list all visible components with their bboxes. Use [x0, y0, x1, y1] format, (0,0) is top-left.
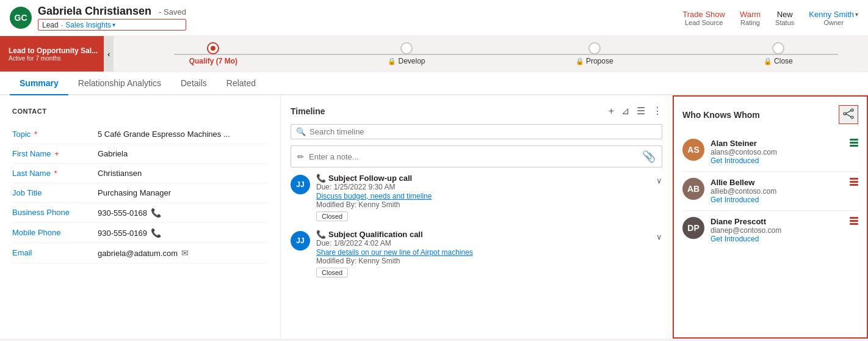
- contact-panel: CONTACT Topic * 5 Café Grande Espresso M…: [0, 95, 281, 339]
- field-label-last-name: Last Name *: [12, 169, 98, 178]
- add-activity-button[interactable]: +: [609, 106, 614, 117]
- stage-trigger[interactable]: Lead to Opportunity Sal... Active for 7 …: [0, 36, 104, 72]
- field-label-topic: Topic *: [12, 130, 98, 139]
- stage-trigger-subtitle: Active for 7 months: [9, 55, 98, 62]
- timeline-search-input[interactable]: [309, 127, 657, 136]
- header-identity: Gabriela Christiansen - Saved Lead · Sal…: [38, 5, 186, 31]
- person-avatar-diane: DP: [682, 217, 704, 239]
- activity-due-1: Due: 1/25/2022 9:30 AM: [316, 183, 650, 191]
- field-business-phone: Business Phone 930-555-0168 📞: [12, 203, 268, 223]
- nav-tabs: Summary Relationship Analytics Details R…: [0, 72, 868, 95]
- required-indicator: *: [52, 169, 57, 178]
- get-introduced-alan[interactable]: Get Introduced: [711, 156, 844, 165]
- activity-link-1[interactable]: Discuss budget, needs and timeline: [316, 192, 432, 200]
- status-meta: New Status: [775, 10, 794, 26]
- wkw-network-button[interactable]: [839, 105, 858, 124]
- status-value: New: [775, 10, 794, 19]
- stage-qualify[interactable]: Qualify (7 Mo): [189, 42, 237, 65]
- stage-circle-propose: [588, 42, 601, 54]
- stage-label-propose: Propose: [586, 57, 613, 65]
- stage-circle-inner: [211, 46, 215, 51]
- activity-body-1: 📞 Subject Follow-up call Due: 1/25/2022 …: [316, 174, 650, 221]
- field-label-business-phone: Business Phone: [12, 208, 98, 217]
- search-icon: 🔍: [296, 127, 306, 136]
- person-name-allie: Allie Bellew: [711, 178, 844, 187]
- field-value-job-title[interactable]: Purchasing Manager: [98, 188, 268, 197]
- wkw-person-diane: DP Diane Prescott dianep@contoso.com Get…: [682, 211, 858, 249]
- activity-modified-2: Modified By: Kenny Smith: [316, 257, 650, 265]
- person-email-allie: allieb@contoso.com: [711, 187, 844, 196]
- owner-value: Kenny Smith: [809, 10, 854, 19]
- tab-details[interactable]: Details: [171, 72, 217, 95]
- activity-subject-text-1: Subject Follow-up call: [328, 174, 412, 183]
- phone-icon: 📞: [151, 208, 161, 218]
- field-value-first-name[interactable]: Gabriela: [98, 149, 268, 158]
- header-meta-bar: Trade Show Lead Source Warm Rating New S…: [682, 10, 858, 26]
- main-content: CONTACT Topic * 5 Café Grande Espresso M…: [0, 95, 868, 339]
- field-label-job-title: Job Title: [12, 188, 98, 197]
- stage-progress-line: [174, 54, 837, 55]
- tab-summary[interactable]: Summary: [10, 72, 68, 95]
- person-menu-alan[interactable]: [850, 139, 858, 147]
- sort-button[interactable]: ☰: [637, 105, 645, 117]
- timeline-title: Timeline: [291, 106, 325, 116]
- breadcrumb[interactable]: Lead · Sales Insights ▾: [38, 19, 186, 31]
- note-row[interactable]: ✏ 📎: [291, 145, 662, 167]
- more-options-button[interactable]: ⋮: [653, 105, 662, 117]
- filter-button[interactable]: ⊿: [621, 105, 629, 117]
- saved-indicator: - Saved: [159, 7, 186, 16]
- lead-source-value: Trade Show: [682, 10, 725, 19]
- field-label-email: Email: [12, 248, 98, 257]
- note-input[interactable]: [309, 152, 637, 161]
- tab-related[interactable]: Related: [217, 72, 266, 95]
- field-value-topic[interactable]: 5 Café Grande Espresso Machines ...: [98, 130, 268, 139]
- stage-propose[interactable]: 🔒 Propose: [576, 42, 613, 65]
- svg-point-1: [851, 109, 853, 111]
- activity-expand-2[interactable]: ∨: [656, 232, 662, 277]
- svg-line-4: [846, 114, 851, 117]
- field-value-email[interactable]: gabriela@adatum.com ✉: [98, 248, 268, 258]
- activity-modified-1: Modified By: Kenny Smith: [316, 200, 650, 209]
- person-avatar-allie: AB: [682, 178, 704, 200]
- person-info-alan: Alan Steiner alans@contoso.com Get Intro…: [711, 139, 844, 165]
- rating-value: Warm: [740, 10, 761, 19]
- breadcrumb-separator: ·: [61, 20, 63, 29]
- person-menu-diane[interactable]: [850, 217, 858, 225]
- field-label-mobile-phone: Mobile Phone: [12, 228, 98, 237]
- person-email-diane: dianep@contoso.com: [711, 226, 844, 235]
- stage-develop[interactable]: 🔒 Develop: [388, 42, 425, 65]
- header-left: GC Gabriela Christiansen - Saved Lead · …: [10, 5, 186, 31]
- pencil-icon: ✏: [297, 152, 304, 161]
- wkw-header: Who Knows Whom: [682, 105, 858, 124]
- get-introduced-diane[interactable]: Get Introduced: [711, 235, 844, 243]
- svg-point-2: [851, 116, 853, 119]
- attach-icon[interactable]: 📎: [642, 150, 656, 163]
- field-label-first-name: First Name +: [12, 149, 98, 158]
- stage-circle-close: [772, 42, 784, 54]
- avatar: GC: [10, 7, 32, 29]
- stage-label-qualify: Qualify (7 Mo): [189, 57, 237, 65]
- activity-item-1: JJ 📞 Subject Follow-up call Due: 1/25/20…: [291, 174, 662, 221]
- stage-collapse-button[interactable]: ‹: [104, 36, 114, 72]
- owner-label: Owner: [809, 19, 858, 26]
- activity-link-2[interactable]: Share details on our new line of Airpot …: [316, 248, 473, 257]
- get-introduced-allie[interactable]: Get Introduced: [711, 196, 844, 204]
- tab-relationship-analytics[interactable]: Relationship Analytics: [68, 72, 171, 95]
- person-info-diane: Diane Prescott dianep@contoso.com Get In…: [711, 217, 844, 243]
- field-value-business-phone[interactable]: 930-555-0168 📞: [98, 208, 268, 218]
- timeline-search-bar[interactable]: 🔍: [291, 124, 662, 139]
- field-value-mobile-phone[interactable]: 930-555-0169 📞: [98, 228, 268, 238]
- person-menu-allie[interactable]: [850, 178, 858, 186]
- lock-icon: 🔒: [576, 57, 584, 65]
- person-name-diane: Diane Prescott: [711, 217, 844, 226]
- owner-dropdown[interactable]: Kenny Smith ▾: [809, 10, 858, 19]
- required-indicator: +: [52, 149, 59, 158]
- stage-label-close-row: 🔒 Close: [764, 57, 793, 65]
- field-topic: Topic * 5 Café Grande Espresso Machines …: [12, 125, 268, 144]
- field-value-last-name[interactable]: Christiansen: [98, 169, 268, 178]
- activity-expand-1[interactable]: ∨: [656, 176, 662, 221]
- wkw-person-allie: AB Allie Bellew allieb@contoso.com Get I…: [682, 172, 858, 211]
- stage-close[interactable]: 🔒 Close: [764, 42, 793, 65]
- breadcrumb-sales-insights[interactable]: Sales Insights ▾: [65, 21, 115, 29]
- chevron-down-icon: ▾: [855, 11, 858, 18]
